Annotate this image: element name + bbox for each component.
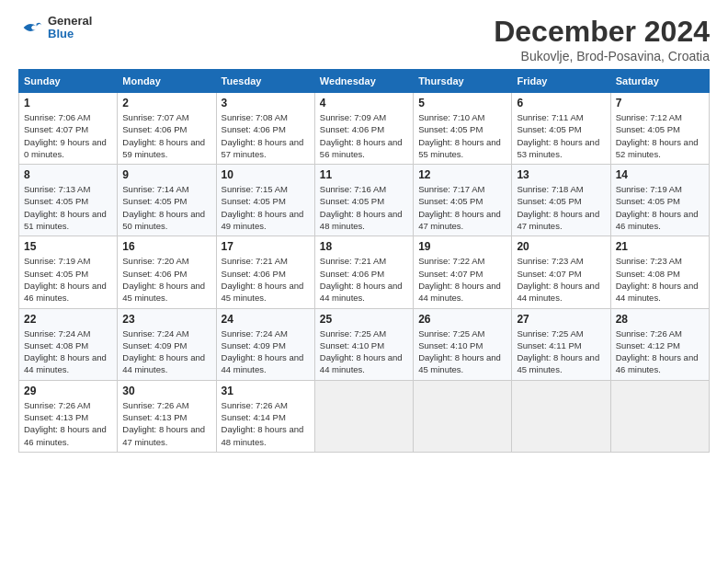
- calendar-cell: 9Sunrise: 7:14 AMSunset: 4:05 PMDaylight…: [118, 165, 216, 236]
- column-header-thursday: Thursday: [414, 70, 512, 93]
- column-header-saturday: Saturday: [610, 70, 709, 93]
- day-number: 26: [418, 313, 506, 326]
- calendar-cell: 26Sunrise: 7:25 AMSunset: 4:10 PMDayligh…: [414, 308, 512, 380]
- calendar-cell: 27Sunrise: 7:25 AMSunset: 4:11 PMDayligh…: [512, 308, 610, 380]
- day-number: 5: [418, 97, 506, 109]
- day-number: 4: [320, 97, 408, 109]
- page-header: General Blue December 2024 Bukovlje, Bro…: [18, 15, 710, 63]
- day-detail: Sunrise: 7:09 AMSunset: 4:06 PMDaylight:…: [320, 111, 408, 160]
- calendar-cell: 12Sunrise: 7:17 AMSunset: 4:05 PMDayligh…: [414, 165, 512, 236]
- day-number: 22: [24, 313, 112, 326]
- day-number: 27: [517, 313, 605, 326]
- day-number: 16: [122, 240, 210, 253]
- day-detail: Sunrise: 7:23 AMSunset: 4:07 PMDaylight:…: [517, 255, 605, 304]
- day-detail: Sunrise: 7:12 AMSunset: 4:05 PMDaylight:…: [616, 111, 704, 160]
- day-number: 18: [320, 240, 408, 253]
- calendar-cell: 21Sunrise: 7:23 AMSunset: 4:08 PMDayligh…: [610, 236, 709, 308]
- calendar-cell: 2Sunrise: 7:07 AMSunset: 4:06 PMDaylight…: [118, 93, 216, 165]
- calendar-week-row: 22Sunrise: 7:24 AMSunset: 4:08 PMDayligh…: [19, 308, 710, 380]
- day-detail: Sunrise: 7:26 AMSunset: 4:13 PMDaylight:…: [24, 399, 112, 448]
- day-detail: Sunrise: 7:21 AMSunset: 4:06 PMDaylight:…: [320, 255, 408, 304]
- day-detail: Sunrise: 7:25 AMSunset: 4:10 PMDaylight:…: [320, 327, 408, 376]
- day-detail: Sunrise: 7:21 AMSunset: 4:06 PMDaylight:…: [222, 255, 310, 304]
- day-detail: Sunrise: 7:26 AMSunset: 4:14 PMDaylight:…: [222, 399, 310, 448]
- logo: General Blue: [18, 15, 92, 41]
- day-detail: Sunrise: 7:10 AMSunset: 4:05 PMDaylight:…: [418, 111, 506, 160]
- column-header-sunday: Sunday: [19, 70, 118, 93]
- calendar-week-row: 29Sunrise: 7:26 AMSunset: 4:13 PMDayligh…: [19, 380, 710, 452]
- calendar-table: SundayMondayTuesdayWednesdayThursdayFrid…: [18, 69, 710, 453]
- day-number: 14: [616, 168, 704, 181]
- day-number: 29: [24, 385, 112, 397]
- day-number: 31: [222, 385, 310, 397]
- calendar-body: 1Sunrise: 7:06 AMSunset: 4:07 PMDaylight…: [19, 93, 710, 453]
- calendar-cell: 3Sunrise: 7:08 AMSunset: 4:06 PMDaylight…: [216, 93, 314, 165]
- calendar-cell: 6Sunrise: 7:11 AMSunset: 4:05 PMDaylight…: [512, 93, 610, 165]
- day-detail: Sunrise: 7:16 AMSunset: 4:05 PMDaylight:…: [320, 183, 408, 232]
- day-number: 8: [24, 168, 112, 181]
- day-number: 15: [24, 240, 112, 253]
- day-detail: Sunrise: 7:13 AMSunset: 4:05 PMDaylight:…: [24, 183, 112, 232]
- day-detail: Sunrise: 7:17 AMSunset: 4:05 PMDaylight:…: [418, 183, 506, 232]
- day-number: 10: [222, 168, 310, 181]
- calendar-cell: 7Sunrise: 7:12 AMSunset: 4:05 PMDaylight…: [610, 93, 709, 165]
- logo-text: General Blue: [48, 15, 92, 41]
- day-detail: Sunrise: 7:14 AMSunset: 4:05 PMDaylight:…: [122, 183, 210, 232]
- calendar-cell: 30Sunrise: 7:26 AMSunset: 4:13 PMDayligh…: [118, 380, 216, 452]
- calendar-cell: [512, 380, 610, 452]
- title-block: December 2024 Bukovlje, Brod-Posavina, C…: [494, 15, 710, 63]
- calendar-cell: 17Sunrise: 7:21 AMSunset: 4:06 PMDayligh…: [216, 236, 314, 308]
- calendar-cell: 25Sunrise: 7:25 AMSunset: 4:10 PMDayligh…: [314, 308, 413, 380]
- day-number: 17: [222, 240, 310, 253]
- calendar-cell: 20Sunrise: 7:23 AMSunset: 4:07 PMDayligh…: [512, 236, 610, 308]
- day-detail: Sunrise: 7:19 AMSunset: 4:05 PMDaylight:…: [616, 183, 704, 232]
- day-detail: Sunrise: 7:18 AMSunset: 4:05 PMDaylight:…: [517, 183, 605, 232]
- calendar-header-row: SundayMondayTuesdayWednesdayThursdayFrid…: [19, 70, 710, 93]
- day-detail: Sunrise: 7:24 AMSunset: 4:08 PMDaylight:…: [24, 327, 112, 376]
- month-title: December 2024: [494, 15, 710, 49]
- day-number: 24: [222, 313, 310, 326]
- calendar-cell: [610, 380, 709, 452]
- day-number: 1: [24, 97, 112, 109]
- calendar-cell: 19Sunrise: 7:22 AMSunset: 4:07 PMDayligh…: [414, 236, 512, 308]
- day-number: 2: [122, 97, 210, 109]
- calendar-cell: 28Sunrise: 7:26 AMSunset: 4:12 PMDayligh…: [610, 308, 709, 380]
- calendar-week-row: 15Sunrise: 7:19 AMSunset: 4:05 PMDayligh…: [19, 236, 710, 308]
- column-header-monday: Monday: [118, 70, 216, 93]
- calendar-cell: [414, 380, 512, 452]
- logo-blue: Blue: [48, 28, 92, 40]
- calendar-cell: 10Sunrise: 7:15 AMSunset: 4:05 PMDayligh…: [216, 165, 314, 236]
- calendar-cell: 1Sunrise: 7:06 AMSunset: 4:07 PMDaylight…: [19, 93, 118, 165]
- day-number: 3: [222, 97, 310, 109]
- logo-icon: [18, 15, 44, 40]
- calendar-cell: 15Sunrise: 7:19 AMSunset: 4:05 PMDayligh…: [19, 236, 118, 308]
- day-detail: Sunrise: 7:19 AMSunset: 4:05 PMDaylight:…: [24, 255, 112, 304]
- day-number: 11: [320, 168, 408, 181]
- day-detail: Sunrise: 7:24 AMSunset: 4:09 PMDaylight:…: [122, 327, 210, 376]
- day-number: 7: [616, 97, 704, 109]
- day-detail: Sunrise: 7:15 AMSunset: 4:05 PMDaylight:…: [222, 183, 310, 232]
- day-detail: Sunrise: 7:08 AMSunset: 4:06 PMDaylight:…: [222, 111, 310, 160]
- calendar-cell: 22Sunrise: 7:24 AMSunset: 4:08 PMDayligh…: [19, 308, 118, 380]
- calendar-cell: 24Sunrise: 7:24 AMSunset: 4:09 PMDayligh…: [216, 308, 314, 380]
- calendar-cell: 11Sunrise: 7:16 AMSunset: 4:05 PMDayligh…: [314, 165, 413, 236]
- location-title: Bukovlje, Brod-Posavina, Croatia: [494, 49, 710, 63]
- day-detail: Sunrise: 7:06 AMSunset: 4:07 PMDaylight:…: [24, 111, 112, 160]
- calendar-cell: 13Sunrise: 7:18 AMSunset: 4:05 PMDayligh…: [512, 165, 610, 236]
- day-detail: Sunrise: 7:20 AMSunset: 4:06 PMDaylight:…: [122, 255, 210, 304]
- column-header-friday: Friday: [512, 70, 610, 93]
- day-detail: Sunrise: 7:26 AMSunset: 4:13 PMDaylight:…: [122, 399, 210, 448]
- calendar-cell: 5Sunrise: 7:10 AMSunset: 4:05 PMDaylight…: [414, 93, 512, 165]
- day-number: 19: [418, 240, 506, 253]
- day-number: 21: [616, 240, 704, 253]
- calendar-cell: 31Sunrise: 7:26 AMSunset: 4:14 PMDayligh…: [216, 380, 314, 452]
- day-detail: Sunrise: 7:26 AMSunset: 4:12 PMDaylight:…: [616, 327, 704, 376]
- day-number: 28: [616, 313, 704, 326]
- day-detail: Sunrise: 7:24 AMSunset: 4:09 PMDaylight:…: [222, 327, 310, 376]
- calendar-cell: 29Sunrise: 7:26 AMSunset: 4:13 PMDayligh…: [19, 380, 118, 452]
- day-number: 9: [122, 168, 210, 181]
- calendar-cell: 4Sunrise: 7:09 AMSunset: 4:06 PMDaylight…: [314, 93, 413, 165]
- logo-general: General: [48, 15, 92, 28]
- day-detail: Sunrise: 7:25 AMSunset: 4:11 PMDaylight:…: [517, 327, 605, 376]
- day-number: 6: [517, 97, 605, 109]
